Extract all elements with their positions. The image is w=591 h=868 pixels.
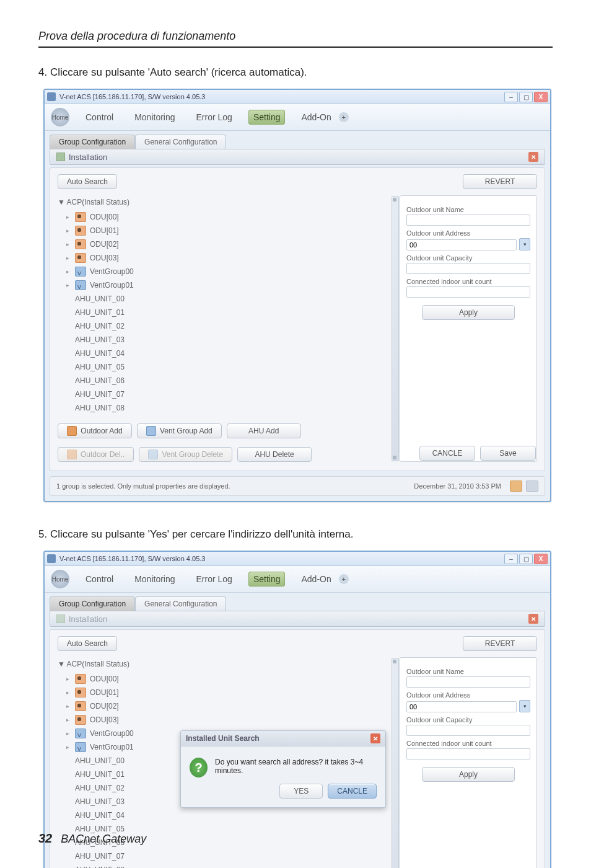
outdoor-del-button[interactable]: Outdoor Del.. <box>58 447 134 462</box>
window-titlebar: V-net ACS [165.186.11.170], S/W version … <box>45 90 550 104</box>
save-button[interactable]: Save <box>480 446 536 461</box>
panel-close-icon[interactable]: ✕ <box>528 152 538 162</box>
cancle-button[interactable]: CANCLE <box>419 446 475 461</box>
tree-ahu-5[interactable]: AHU_UNIT_05 <box>66 360 393 374</box>
tree-odu-0[interactable]: ▸ODU[00] <box>66 672 393 686</box>
tree-odu-1[interactable]: ▸ODU[01] <box>66 224 393 237</box>
dialog-yes-button[interactable]: YES <box>279 784 323 799</box>
menu-control[interactable]: Control <box>81 572 118 587</box>
tree-ahu-0[interactable]: AHU_UNIT_00 <box>66 292 393 306</box>
odu-icon <box>75 674 86 684</box>
home-icon[interactable]: Home <box>51 570 69 588</box>
odu-icon <box>75 688 86 698</box>
tab-group-config[interactable]: Group Configuration <box>50 596 135 611</box>
tree-odu-1[interactable]: ▸ODU[01] <box>66 686 393 699</box>
tree-ahu-3[interactable]: AHU_UNIT_03 <box>66 333 393 347</box>
close-button[interactable]: X <box>534 92 548 102</box>
menu-control[interactable]: Control <box>81 110 118 125</box>
tree-ahu-1[interactable]: AHU_UNIT_01 <box>66 306 393 319</box>
apply-button[interactable]: Apply <box>422 767 515 782</box>
minimize-button[interactable]: – <box>504 92 518 102</box>
indoor-count-input[interactable] <box>406 748 530 760</box>
screenshot-1: V-net ACS [165.186.11.170], S/W version … <box>43 89 551 502</box>
app-icon <box>47 92 56 101</box>
tree-ahu-4[interactable]: AHU_UNIT_04 <box>66 808 393 822</box>
tree-odu-2[interactable]: ▸ODU[02] <box>66 699 393 713</box>
tree-odu-2[interactable]: ▸ODU[02] <box>66 237 393 251</box>
dialog-close-icon[interactable]: ✕ <box>370 733 380 743</box>
status-time: December 31, 2010 3:53 PM <box>414 482 501 490</box>
tree-odu-3[interactable]: ▸ODU[03] <box>66 713 393 727</box>
outdoor-capacity-label: Outdoor unit Capacity <box>406 254 530 262</box>
maximize-button[interactable]: ▢ <box>519 92 533 102</box>
menu-setting[interactable]: Setting <box>248 572 286 587</box>
outdoor-name-input[interactable] <box>406 676 530 688</box>
odu-icon <box>75 715 86 725</box>
addon-plus-icon[interactable]: + <box>339 574 349 584</box>
vent-group-add-button[interactable]: Vent Group Add <box>137 423 222 438</box>
dialog-cancle-button[interactable]: CANCLE <box>328 784 377 799</box>
properties-panel: Outdoor unit Name Outdoor unit Address ▾… <box>400 195 537 462</box>
tab-group-config[interactable]: Group Configuration <box>50 135 135 149</box>
panel-close-icon[interactable]: ✕ <box>528 614 538 624</box>
outdoor-address-input[interactable] <box>406 239 517 250</box>
tree-vg-1[interactable]: ▸VentGroup01 <box>66 278 393 292</box>
menu-errorlog[interactable]: Error Log <box>191 572 237 587</box>
auto-search-button[interactable]: Auto Search <box>58 636 117 651</box>
addon-plus-icon[interactable]: + <box>339 112 349 122</box>
dialog-title: Installed Unit Search <box>186 734 260 743</box>
tree-ahu-4[interactable]: AHU_UNIT_04 <box>66 347 393 360</box>
tree-ahu-2[interactable]: AHU_UNIT_02 <box>66 319 393 333</box>
menu-monitoring[interactable]: Monitoring <box>129 110 180 125</box>
odu-icon <box>75 701 86 711</box>
menu-addon[interactable]: Add-On <box>296 110 336 125</box>
acp-header[interactable]: ▼ ACP(Install Status) <box>58 198 393 206</box>
tree-odu-3[interactable]: ▸ODU[03] <box>66 251 393 265</box>
revert-button[interactable]: REVERT <box>463 174 537 189</box>
revert-button[interactable]: REVERT <box>463 636 537 651</box>
auto-search-button[interactable]: Auto Search <box>58 174 117 189</box>
minimize-button[interactable]: – <box>504 554 518 564</box>
menu-setting[interactable]: Setting <box>248 110 286 125</box>
ventgroup-icon <box>75 742 86 752</box>
tree-ahu-8[interactable]: AHU_UNIT_08 <box>66 863 393 868</box>
odu-icon <box>67 450 77 459</box>
app-icon <box>47 554 56 563</box>
ahu-del-button[interactable]: AHU Delete <box>237 447 312 462</box>
tree-vg-0[interactable]: ▸VentGroup00 <box>66 265 393 278</box>
indoor-count-input[interactable] <box>406 286 530 298</box>
tree-ahu-8[interactable]: AHU_UNIT_08 <box>66 401 393 415</box>
outdoor-capacity-input[interactable] <box>406 263 530 274</box>
window-title: V-net ACS [165.186.11.170], S/W version … <box>59 555 205 562</box>
outdoor-add-button[interactable]: Outdoor Add <box>58 423 132 438</box>
apply-button[interactable]: Apply <box>422 305 515 320</box>
tree-odu-0[interactable]: ▸ODU[00] <box>66 210 393 224</box>
scrollbar[interactable] <box>392 196 399 461</box>
tree-ahu-6[interactable]: AHU_UNIT_06 <box>66 374 393 388</box>
vent-group-del-button[interactable]: Vent Group Delete <box>139 447 232 462</box>
tab-general-config[interactable]: General Configuration <box>135 596 226 611</box>
outdoor-name-input[interactable] <box>406 215 530 226</box>
product-name: BACnet Gateway <box>61 833 146 846</box>
outdoor-capacity-input[interactable] <box>406 725 530 736</box>
outdoor-address-input[interactable] <box>406 701 517 712</box>
tree-ahu-7[interactable]: AHU_UNIT_07 <box>66 388 393 401</box>
step-5-text: 5. Cliccare su pulsante 'Yes' per cercar… <box>0 510 591 548</box>
close-button[interactable]: X <box>534 554 548 564</box>
ahu-add-button[interactable]: AHU Add <box>227 423 301 438</box>
address-dropdown-icon[interactable]: ▾ <box>519 700 530 712</box>
acp-header[interactable]: ▼ ACP(Install Status) <box>58 660 393 668</box>
menu-monitoring[interactable]: Monitoring <box>129 572 180 587</box>
odu-icon <box>75 253 86 263</box>
home-icon[interactable]: Home <box>51 108 69 126</box>
tree-ahu-7[interactable]: AHU_UNIT_07 <box>66 849 393 863</box>
address-dropdown-icon[interactable]: ▾ <box>519 238 530 250</box>
page-header: Prova della procedura di funzionamento <box>38 30 553 48</box>
menu-errorlog[interactable]: Error Log <box>191 110 237 125</box>
outdoor-name-label: Outdoor unit Name <box>406 206 530 213</box>
page-footer: 32 BACnet Gateway <box>0 831 591 846</box>
tab-general-config[interactable]: General Configuration <box>135 135 226 149</box>
maximize-button[interactable]: ▢ <box>519 554 533 564</box>
device-tree: ▼ ACP(Install Status) ▸ODU[00] ▸ODU[01] … <box>58 195 393 462</box>
menu-addon[interactable]: Add-On <box>296 572 336 587</box>
